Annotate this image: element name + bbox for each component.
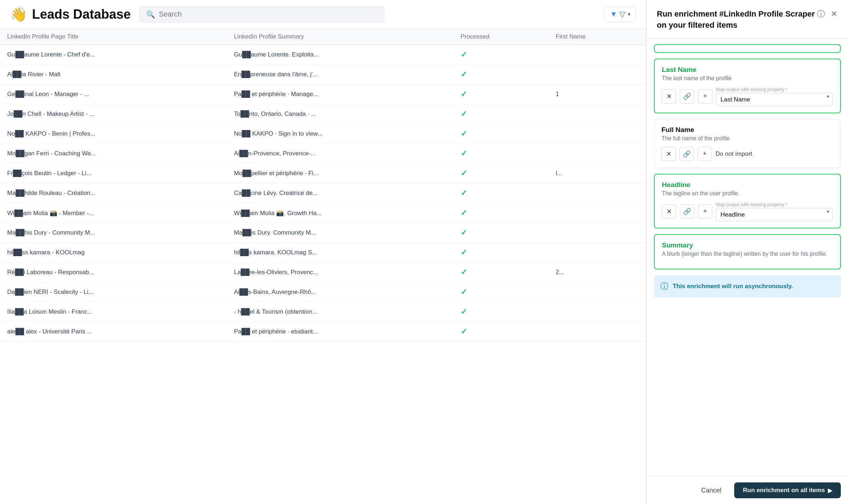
table-row: Ré██i Laboreau - Responsab...La██re-les-… [0, 263, 646, 282]
last-name-close-btn[interactable]: ✕ [662, 89, 676, 104]
cell-profile-summary: - h██el & Tourism (obtention... [227, 302, 453, 322]
col-header-processed: Processed [453, 29, 549, 45]
run-enrichment-button[interactable]: Run enrichment on all items ▶ [734, 482, 841, 498]
app-title-area: 👋 Leads Database [10, 7, 131, 22]
col-header-first-name: First Name [548, 29, 646, 45]
summary-card: Summary A blurb (longer than the tagline… [654, 234, 841, 269]
cell-profile-title: Gu██aume Lorente - Chef d'e... [0, 45, 227, 65]
close-button[interactable]: ✕ [830, 9, 838, 19]
cell-profile-summary: No██ KAKPO · Sign in to view... [227, 124, 453, 144]
check-icon: ✓ [461, 327, 467, 336]
cell-processed: ✓ [453, 263, 549, 282]
cell-processed: ✓ [453, 45, 549, 65]
check-icon: ✓ [461, 50, 467, 59]
table-row: Gu██aume Lorente - Chef d'e...Gu██aume L… [0, 45, 646, 65]
help-button[interactable]: ⓘ [816, 9, 826, 19]
check-icon: ✓ [461, 307, 467, 316]
right-header-icons: ⓘ ✕ [816, 9, 838, 19]
last-name-link-btn[interactable]: 🔗 [680, 89, 694, 104]
link-icon: 🔗 [683, 208, 691, 215]
cell-profile-title: Jo██n Chell - Makeup Artist - ... [0, 104, 227, 124]
cell-first-name [548, 144, 646, 164]
cell-first-name: 1 [548, 85, 646, 104]
filter-button[interactable]: ▼ ▽ ▾ [605, 6, 636, 22]
full-name-link-btn[interactable]: 🔗 [679, 147, 694, 161]
close-icon: ✕ [831, 9, 837, 18]
cell-profile-summary: hil██s kamara. KOOLmag S... [227, 243, 453, 263]
last-name-map-wrap: Map output with existing property * Last… [716, 87, 833, 106]
cell-profile-summary: Ca██cine Lévy. Creatrice de... [227, 183, 453, 203]
cell-first-name [548, 104, 646, 124]
plus-icon: + [703, 92, 707, 100]
headline-card: Headline The tagline on the user profile… [654, 174, 841, 228]
cell-profile-title: Wi██am Molia 📸 - Member -... [0, 203, 227, 223]
full-name-add-btn[interactable]: + [697, 147, 712, 161]
table-row: Ilia██a Loison Meslin - Franc...- h██el … [0, 302, 646, 322]
cell-first-name [548, 45, 646, 65]
check-icon: ✓ [461, 109, 467, 118]
play-icon: ▶ [828, 487, 832, 494]
cell-processed: ✓ [453, 223, 549, 243]
cell-processed: ✓ [453, 243, 549, 263]
headline-link-btn[interactable]: 🔗 [680, 204, 694, 219]
headline-add-btn[interactable]: + [698, 204, 712, 219]
cell-first-name: 2... [548, 263, 646, 282]
cell-processed: ✓ [453, 183, 549, 203]
cell-profile-title: ale██ alex - Université Paris ... [0, 322, 227, 342]
cell-profile-summary: Gu██aume Lorente. Exploita... [227, 45, 453, 65]
cell-first-name [548, 243, 646, 263]
check-icon: ✓ [461, 169, 467, 178]
right-panel-footer: Cancel Run enrichment on all items ▶ [647, 476, 848, 504]
headline-select[interactable]: Headline Last Name First Name Do not imp… [716, 208, 833, 221]
chevron-down-icon: ▾ [628, 11, 631, 18]
cell-processed: ✓ [453, 164, 549, 183]
cell-profile-title: Fr██çois Beutin - Ledger - Li... [0, 164, 227, 183]
cell-processed: ✓ [453, 144, 549, 164]
cell-processed: ✓ [453, 322, 549, 342]
link-icon: 🔗 [683, 92, 691, 100]
cell-processed: ✓ [453, 282, 549, 302]
cell-profile-title: Da██ien NERI - Scalecity - Li... [0, 282, 227, 302]
plus-icon: + [703, 208, 707, 215]
full-name-close-btn[interactable]: ✕ [661, 147, 676, 161]
last-name-add-btn[interactable]: + [698, 89, 712, 104]
cell-first-name [548, 302, 646, 322]
cell-first-name [548, 282, 646, 302]
search-input[interactable] [159, 10, 377, 18]
close-icon: ✕ [667, 208, 672, 215]
check-icon: ✓ [461, 268, 467, 277]
last-name-card: Last Name The last name of the profile ✕… [654, 59, 841, 113]
search-bar[interactable]: 🔍 [139, 6, 384, 23]
check-icon: ✓ [461, 208, 467, 217]
cell-first-name [548, 322, 646, 342]
cell-profile-summary: Pa██ et périphérie · etudiant... [227, 322, 453, 342]
cell-profile-title: Ma██his Dury - Community M... [0, 223, 227, 243]
cell-first-name [548, 183, 646, 203]
check-icon: ✓ [461, 189, 467, 197]
cancel-button[interactable]: Cancel [694, 483, 728, 498]
headline-actions: ✕ 🔗 + Map output with existing property … [662, 202, 833, 221]
table-row: Jo██n Chell - Makeup Artist - ...To██nto… [0, 104, 646, 124]
cell-profile-summary: La██re-les-Oliviers, Provenc... [227, 263, 453, 282]
cell-profile-summary: Ai██s-Bains, Auvergne-Rhô... [227, 282, 453, 302]
cell-processed: ✓ [453, 65, 549, 85]
headline-close-btn[interactable]: ✕ [662, 204, 676, 219]
headline-map-label: Map output with existing property * [716, 202, 833, 207]
filter-icon: ▼ [610, 10, 617, 18]
table-row: Fr██çois Beutin - Ledger - Li...Mo██pell… [0, 164, 646, 183]
full-name-title: Full Name [661, 126, 833, 134]
help-icon: ⓘ [817, 9, 825, 18]
link-icon: 🔗 [683, 150, 691, 158]
last-name-desc: The last name of the profile [662, 75, 833, 82]
summary-desc: A blurb (longer than the tagline) writte… [662, 251, 833, 257]
info-icon: ⓘ [660, 281, 668, 292]
last-name-select[interactable]: Last Name First Name Full Name Do not im… [716, 93, 833, 106]
cell-first-name [548, 65, 646, 85]
cell-profile-summary: Pa██ et périphérie · Manage... [227, 85, 453, 104]
summary-title: Summary [662, 241, 833, 249]
cell-processed: ✓ [453, 85, 549, 104]
check-icon: ✓ [461, 228, 467, 237]
table-body: Gu██aume Lorente - Chef d'e...Gu██aume L… [0, 45, 646, 342]
close-icon: ✕ [666, 150, 672, 158]
check-icon: ✓ [461, 70, 467, 79]
